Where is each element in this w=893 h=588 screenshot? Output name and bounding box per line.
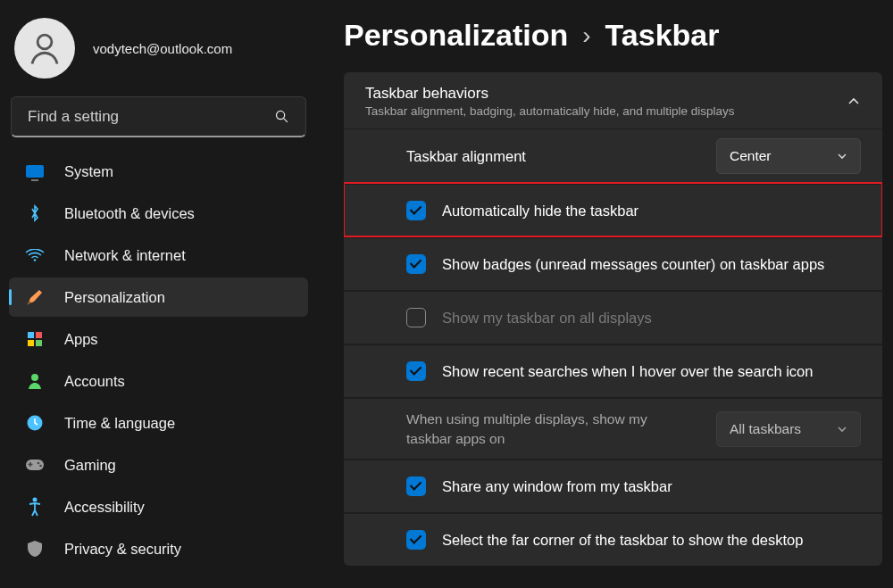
- sidebar-item-network[interactable]: Network & internet: [9, 236, 308, 275]
- svg-rect-7: [36, 340, 42, 346]
- row-label: When using multiple displays, show my ta…: [406, 410, 674, 448]
- breadcrumb-current: Taskbar: [605, 18, 720, 53]
- avatar: [14, 18, 75, 79]
- panel-title: Taskbar behaviors: [365, 85, 734, 103]
- share-window-row[interactable]: Share any window from my taskbar: [344, 459, 882, 512]
- dropdown-value: Center: [730, 148, 837, 164]
- show-badges-row[interactable]: Show badges (unread messages counter) on…: [344, 236, 882, 290]
- row-label: Automatically hide the taskbar: [442, 203, 638, 219]
- sidebar-item-personalization[interactable]: Personalization: [9, 277, 308, 317]
- svg-point-11: [38, 462, 40, 465]
- taskbar-alignment-dropdown[interactable]: Center: [716, 138, 861, 174]
- sidebar-item-privacy[interactable]: Privacy & security: [9, 529, 308, 568]
- sidebar-item-label: Privacy & security: [64, 541, 181, 558]
- row-label: Show badges (unread messages counter) on…: [442, 256, 824, 273]
- show-badges-checkbox[interactable]: [406, 254, 426, 274]
- search-icon: [274, 109, 289, 124]
- sidebar-item-label: Accessibility: [64, 499, 145, 516]
- svg-point-1: [276, 111, 284, 119]
- svg-point-12: [39, 465, 42, 468]
- sidebar-item-label: Accounts: [64, 373, 125, 390]
- bluetooth-icon: [25, 203, 45, 223]
- taskbar-alignment-row: Taskbar alignment Center: [344, 129, 882, 183]
- svg-point-0: [38, 35, 52, 49]
- search-input[interactable]: [28, 108, 274, 126]
- sidebar-item-apps[interactable]: Apps: [9, 319, 308, 359]
- chevron-down-icon: [837, 151, 847, 161]
- sidebar-item-accessibility[interactable]: Accessibility: [9, 487, 308, 526]
- panel-subtitle: Taskbar alignment, badging, automaticall…: [365, 104, 734, 118]
- sidebar-item-gaming[interactable]: Gaming: [9, 445, 308, 484]
- sidebar-item-label: Time & language: [64, 415, 175, 432]
- svg-rect-6: [28, 340, 34, 346]
- sidebar-item-bluetooth[interactable]: Bluetooth & devices: [9, 194, 308, 233]
- auto-hide-taskbar-row[interactable]: Automatically hide the taskbar: [344, 183, 882, 236]
- svg-line-2: [284, 119, 288, 122]
- sidebar-item-accounts[interactable]: Accounts: [9, 361, 308, 401]
- chevron-down-icon: [837, 424, 847, 435]
- row-label: Show recent searches when I hover over t…: [442, 363, 813, 380]
- svg-point-8: [31, 374, 38, 381]
- clock-icon: [25, 413, 45, 433]
- multi-displays-row: When using multiple displays, show my ta…: [344, 397, 882, 459]
- nav-list: System Bluetooth & devices Network & int…: [9, 152, 308, 568]
- row-label: Show my taskbar on all displays: [442, 310, 652, 327]
- panel-header[interactable]: Taskbar behaviors Taskbar alignment, bad…: [344, 72, 882, 129]
- row-label: Share any window from my taskbar: [442, 478, 672, 495]
- sidebar-item-label: Network & internet: [64, 247, 186, 264]
- paintbrush-icon: [25, 287, 45, 307]
- shield-icon: [25, 539, 45, 559]
- dropdown-value: All taskbars: [730, 421, 837, 437]
- display-icon: [25, 161, 45, 181]
- chevron-up-icon: [847, 95, 861, 109]
- chevron-right-icon: ›: [582, 21, 590, 50]
- main-content: Personalization › Taskbar Taskbar behavi…: [317, 0, 893, 588]
- multi-displays-dropdown: All taskbars: [716, 411, 861, 447]
- sidebar: vodytech@outlook.com System Bluetooth & …: [0, 0, 317, 588]
- far-corner-checkbox[interactable]: [406, 530, 426, 550]
- search-box[interactable]: [11, 96, 306, 137]
- svg-rect-5: [36, 332, 42, 338]
- wifi-icon: [25, 245, 45, 265]
- taskbar-behaviors-panel: Taskbar behaviors Taskbar alignment, bad…: [344, 72, 882, 566]
- sidebar-item-label: Personalization: [64, 289, 165, 306]
- show-all-displays-row: Show my taskbar on all displays: [344, 290, 882, 344]
- accessibility-icon: [25, 497, 45, 517]
- sidebar-item-time[interactable]: Time & language: [9, 403, 308, 443]
- row-label: Select the far corner of the taskbar to …: [442, 532, 803, 549]
- auto-hide-checkbox[interactable]: [406, 201, 426, 220]
- breadcrumb: Personalization › Taskbar: [344, 18, 882, 53]
- svg-rect-4: [28, 332, 34, 338]
- gaming-icon: [25, 455, 45, 475]
- svg-point-3: [34, 259, 37, 261]
- user-email: vodytech@outlook.com: [93, 41, 232, 56]
- show-all-displays-checkbox: [406, 308, 426, 327]
- row-label: Taskbar alignment: [406, 148, 526, 165]
- breadcrumb-parent[interactable]: Personalization: [344, 18, 568, 53]
- share-window-checkbox[interactable]: [406, 476, 426, 496]
- sidebar-item-label: Apps: [64, 331, 98, 348]
- sidebar-item-label: Gaming: [64, 457, 116, 474]
- user-profile[interactable]: vodytech@outlook.com: [9, 9, 308, 91]
- recent-searches-checkbox[interactable]: [406, 361, 426, 381]
- sidebar-item-label: Bluetooth & devices: [64, 205, 195, 222]
- sidebar-item-system[interactable]: System: [9, 152, 308, 191]
- apps-icon: [25, 329, 45, 349]
- sidebar-item-label: System: [64, 163, 113, 180]
- svg-point-13: [33, 498, 38, 502]
- accounts-icon: [25, 371, 45, 391]
- far-corner-row[interactable]: Select the far corner of the taskbar to …: [344, 512, 882, 566]
- recent-searches-row[interactable]: Show recent searches when I hover over t…: [344, 344, 882, 397]
- person-icon: [26, 29, 63, 67]
